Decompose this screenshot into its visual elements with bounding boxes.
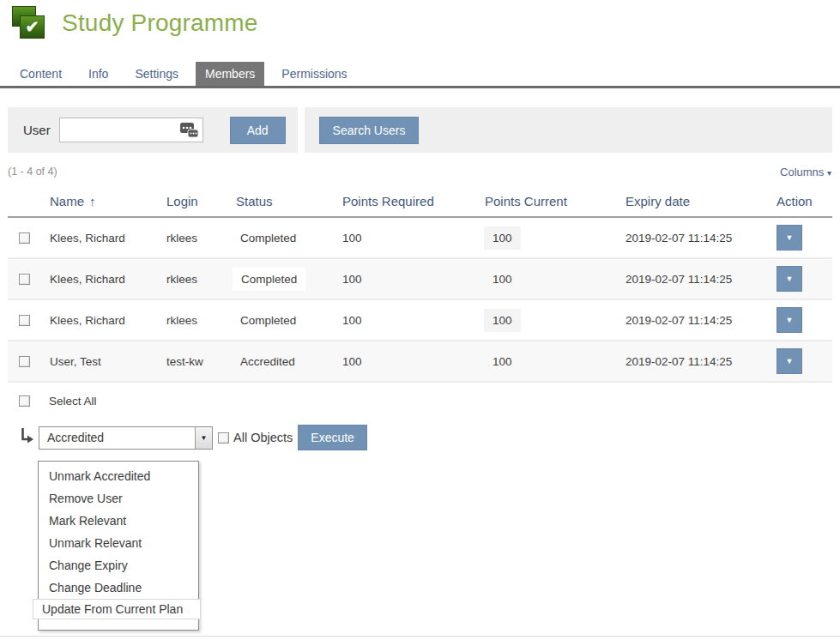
- select-all-checkbox[interactable]: [19, 395, 30, 407]
- select-all-row: Select All: [8, 383, 832, 420]
- all-objects-checkbox[interactable]: [218, 432, 229, 444]
- status-value: Completed: [232, 226, 305, 250]
- cell-status: Completed: [232, 226, 337, 250]
- cell-status: Completed: [232, 268, 337, 291]
- row-action-button[interactable]: ▼: [777, 266, 802, 292]
- row-action-button[interactable]: ▼: [777, 225, 802, 251]
- page-title: Study Programme: [62, 9, 258, 37]
- points-current-value[interactable]: 100: [484, 309, 521, 332]
- cell-expiry-date: 2019-02-07 11:14:25: [620, 232, 770, 245]
- checkmark-icon: ✔: [20, 15, 45, 39]
- sort-asc-icon: ↑: [89, 194, 96, 208]
- column-header-name[interactable]: Name↑: [45, 194, 162, 208]
- user-input-wrap: [59, 118, 203, 142]
- column-header-status[interactable]: Status: [232, 194, 337, 208]
- user-toolbar: User Add Search Users: [8, 107, 832, 153]
- autocomplete-icon: [179, 122, 200, 142]
- row-checkbox-cell: [8, 232, 45, 244]
- chevron-down-icon: ▼: [786, 233, 794, 242]
- cell-points-current: 100: [479, 309, 620, 332]
- table-header-row: Name↑ Login Status Points Required Point…: [8, 186, 832, 218]
- cell-points-current: 100: [479, 273, 620, 286]
- tab-info[interactable]: Info: [79, 62, 118, 86]
- user-field-label: User: [23, 123, 51, 137]
- row-checkbox[interactable]: [19, 274, 30, 285]
- cell-name: Klees, Richard: [45, 273, 162, 286]
- row-checkbox[interactable]: [19, 315, 30, 326]
- execute-button[interactable]: Execute: [298, 425, 367, 450]
- bulk-action-menu: Unmark Accredited Remove User Mark Relev…: [38, 461, 199, 631]
- points-current-value: 100: [479, 273, 512, 286]
- members-table: Name↑ Login Status Points Required Point…: [8, 186, 832, 420]
- row-action-button[interactable]: ▼: [777, 307, 802, 333]
- tab-bar: Content Info Settings Members Permission…: [0, 62, 840, 88]
- row-checkbox[interactable]: [19, 356, 30, 367]
- columns-menu-label: Columns: [780, 166, 824, 178]
- tab-settings[interactable]: Settings: [125, 62, 188, 86]
- chevron-down-icon: ▼: [786, 275, 794, 283]
- bent-arrow-icon: [19, 427, 35, 449]
- status-value[interactable]: Completed: [233, 268, 305, 291]
- menu-item-change-deadline[interactable]: Change Deadline: [39, 577, 198, 599]
- row-action-button[interactable]: ▼: [777, 348, 802, 374]
- cell-points-required: 100: [337, 355, 479, 368]
- cell-name: User, Test: [45, 355, 162, 368]
- column-header-expiry-date[interactable]: Expiry date: [620, 194, 770, 208]
- cell-login: test-kw: [162, 355, 232, 368]
- column-header-points-required[interactable]: Points Required: [337, 194, 479, 208]
- menu-item-unmark-relevant[interactable]: Unmark Relevant: [39, 532, 198, 554]
- chevron-down-icon: ▼: [786, 316, 794, 324]
- chevron-down-icon: ▼: [201, 434, 208, 442]
- study-programme-icon: ✔: [12, 6, 48, 42]
- table-row: User, Test test-kw Accredited 100 100 20…: [8, 341, 832, 383]
- chevron-down-icon: ▾: [827, 168, 831, 178]
- column-header-action: Action: [770, 194, 832, 208]
- cell-action: ▼: [770, 225, 832, 251]
- cell-name: Klees, Richard: [45, 232, 162, 245]
- tab-content[interactable]: Content: [10, 62, 71, 86]
- add-user-button[interactable]: Add: [230, 117, 286, 144]
- cell-points-required: 100: [337, 314, 479, 327]
- search-users-button[interactable]: Search Users: [319, 117, 420, 144]
- menu-item-update-from-current-plan[interactable]: Update From Current Plan: [33, 599, 201, 619]
- column-header-name-label: Name: [50, 194, 84, 208]
- search-users-section: Search Users: [305, 107, 832, 153]
- cell-action: ▼: [770, 307, 832, 333]
- row-checkbox[interactable]: [19, 232, 30, 244]
- cell-points-required: 100: [337, 232, 479, 245]
- list-meta-row: (1 - 4 of 4) Columns ▾: [8, 164, 831, 179]
- bulk-action-bar: Accredited ▼ All Objects Execute: [8, 424, 832, 451]
- all-objects-label: All Objects: [233, 431, 293, 444]
- tab-permissions[interactable]: Permissions: [272, 62, 356, 86]
- column-header-points-current[interactable]: Points Current: [479, 194, 620, 208]
- table-row: Klees, Richard rklees Completed 100 100 …: [8, 259, 832, 300]
- cell-points-current: 100: [479, 355, 620, 368]
- points-current-value[interactable]: 100: [484, 226, 521, 250]
- page-bottom-divider: [0, 636, 840, 637]
- select-dropdown-button[interactable]: ▼: [195, 427, 212, 449]
- cell-action: ▼: [770, 348, 832, 374]
- bulk-action-selected-value: Accredited: [39, 431, 195, 444]
- column-header-login[interactable]: Login: [162, 194, 232, 208]
- menu-item-change-expiry[interactable]: Change Expiry: [39, 554, 198, 577]
- cell-points-required: 100: [337, 273, 479, 286]
- select-all-label: Select All: [49, 395, 97, 408]
- status-value: Accredited: [232, 355, 295, 368]
- table-row: Klees, Richard rklees Completed 100 100 …: [8, 218, 832, 259]
- menu-item-mark-relevant[interactable]: Mark Relevant: [39, 510, 198, 532]
- menu-item-unmark-accredited[interactable]: Unmark Accredited: [39, 465, 198, 487]
- page-header: ✔ Study Programme: [0, 0, 840, 51]
- result-range: (1 - 4 of 4): [8, 166, 57, 178]
- cell-action: ▼: [770, 266, 832, 292]
- columns-menu-button[interactable]: Columns ▾: [780, 166, 831, 178]
- menu-item-remove-user[interactable]: Remove User: [39, 487, 198, 510]
- row-checkbox-cell: [8, 315, 45, 326]
- row-checkbox-cell: [8, 274, 45, 285]
- cell-status: Accredited: [232, 355, 337, 368]
- cell-status: Completed: [232, 309, 337, 332]
- bulk-action-select[interactable]: Accredited ▼: [39, 426, 213, 450]
- study-programme-page: ✔ Study Programme Content Info Settings …: [0, 0, 840, 640]
- cell-points-current: 100: [479, 226, 620, 250]
- tab-members[interactable]: Members: [196, 62, 264, 86]
- status-value: Completed: [232, 309, 305, 332]
